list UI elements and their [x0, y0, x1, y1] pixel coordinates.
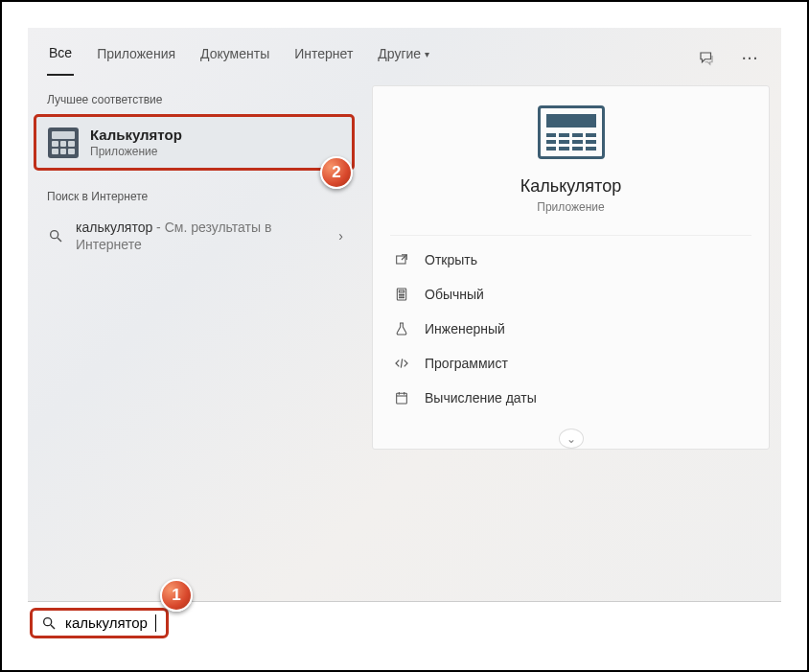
- calculator-large-icon: [538, 105, 605, 159]
- action-open[interactable]: Открыть: [390, 243, 751, 277]
- search-input-text[interactable]: калькулятор: [65, 614, 148, 631]
- search-bar: калькулятор: [28, 601, 781, 643]
- svg-point-17: [44, 617, 52, 625]
- svg-point-10: [401, 297, 402, 298]
- svg-line-12: [401, 359, 402, 368]
- action-datecalc-label: Вычисление даты: [425, 390, 537, 406]
- feedback-icon[interactable]: [695, 47, 718, 70]
- preview-title: Калькулятор: [373, 176, 769, 197]
- svg-point-9: [399, 297, 400, 298]
- action-programmer[interactable]: Программист: [390, 346, 751, 381]
- tab-more[interactable]: Другие ▾: [376, 42, 431, 75]
- calendar-icon: [392, 388, 411, 407]
- svg-rect-13: [397, 394, 407, 405]
- tab-documents[interactable]: Документы: [198, 42, 271, 75]
- ellipsis-icon[interactable]: ···: [739, 47, 762, 70]
- best-match-title: Калькулятор: [90, 127, 182, 143]
- section-best-match: Лучшее соответствие: [28, 87, 360, 114]
- web-result-text: калькулятор - См. результаты в Интернете: [76, 219, 327, 253]
- tab-apps[interactable]: Приложения: [95, 42, 177, 75]
- search-input-highlight[interactable]: калькулятор: [30, 608, 169, 638]
- action-open-label: Открыть: [425, 252, 477, 267]
- search-icon: [40, 614, 58, 632]
- results-column: Лучшее соответствие Калькулятор Приложен…: [28, 76, 360, 643]
- preview-subtitle: Приложение: [373, 200, 769, 214]
- svg-rect-5: [399, 290, 404, 292]
- svg-point-7: [401, 295, 402, 296]
- svg-point-8: [403, 295, 404, 296]
- open-icon: [392, 250, 411, 269]
- tab-all[interactable]: Все: [47, 41, 74, 76]
- web-search-result[interactable]: калькулятор - См. результаты в Интернете…: [28, 211, 360, 261]
- preview-actions: Открыть Обычный Инженерный: [373, 235, 769, 423]
- preview-column: Калькулятор Приложение Открыть Обы: [360, 76, 781, 643]
- action-datecalc[interactable]: Вычисление даты: [390, 381, 751, 415]
- best-match-text: Калькулятор Приложение: [90, 127, 182, 158]
- flask-icon: [392, 319, 411, 338]
- annotation-badge-1: 1: [160, 579, 193, 612]
- web-result-query: калькулятор: [76, 220, 152, 235]
- chevron-down-icon: ▾: [425, 49, 429, 59]
- svg-line-18: [51, 625, 55, 629]
- annotation-badge-2: 2: [320, 156, 353, 189]
- section-web-search: Поиск в Интернете: [28, 184, 360, 211]
- expand-chevron-button[interactable]: ⌄: [559, 429, 584, 449]
- start-search-panel: Все Приложения Документы Интернет Другие…: [28, 28, 781, 643]
- text-caret: [155, 614, 156, 632]
- action-scientific[interactable]: Инженерный: [390, 312, 751, 346]
- preview-card: Калькулятор Приложение Открыть Обы: [372, 85, 770, 450]
- tab-more-label: Другие: [378, 46, 421, 61]
- filter-tabs: Все Приложения Документы Интернет Другие…: [28, 28, 781, 76]
- action-scientific-label: Инженерный: [425, 321, 505, 336]
- action-standard[interactable]: Обычный: [390, 277, 751, 312]
- search-icon: [47, 227, 64, 244]
- code-icon: [392, 354, 411, 373]
- standard-calc-icon: [392, 285, 411, 304]
- svg-line-1: [58, 238, 61, 242]
- svg-point-0: [51, 231, 58, 239]
- svg-point-11: [403, 297, 404, 298]
- action-standard-label: Обычный: [425, 287, 484, 302]
- calculator-app-icon: [48, 127, 79, 158]
- action-programmer-label: Программист: [425, 356, 508, 371]
- best-match-result[interactable]: Калькулятор Приложение: [34, 114, 355, 171]
- best-match-subtitle: Приложение: [90, 145, 182, 158]
- content-area: Лучшее соответствие Калькулятор Приложен…: [28, 76, 781, 643]
- chevron-right-icon[interactable]: ›: [338, 228, 343, 243]
- tab-web[interactable]: Интернет: [292, 42, 355, 75]
- svg-point-6: [399, 295, 400, 296]
- svg-line-3: [402, 255, 406, 260]
